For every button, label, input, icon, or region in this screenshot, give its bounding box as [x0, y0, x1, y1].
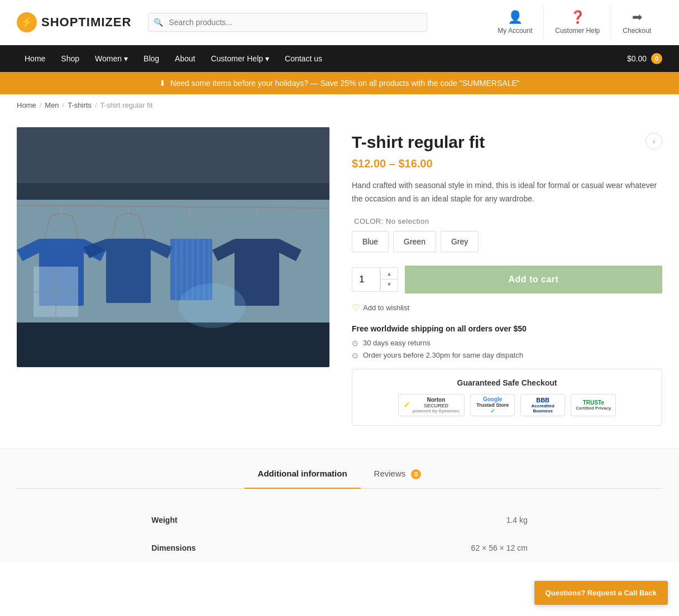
- svg-rect-25: [17, 323, 329, 367]
- product-section: T-shirt regular fit › $12.00 – $16.00 Ha…: [0, 116, 679, 448]
- logo[interactable]: ⚡ SHOPTIMIZER: [17, 12, 131, 32]
- add-to-wishlist-button[interactable]: ♡ Add to wishlist: [352, 302, 662, 313]
- reviews-badge: 0: [411, 469, 421, 479]
- google-badge: Google Trusted Store ✓: [470, 394, 515, 416]
- nav-home[interactable]: Home: [17, 45, 53, 72]
- truste-badge: TRUSTe Certified Privacy: [571, 394, 616, 416]
- product-svg: [17, 127, 329, 367]
- tabs-section: Additional information Reviews 0 Weight …: [0, 448, 679, 562]
- shipping-dispatch: ⊙ Order yours before 2.30pm for same day…: [352, 351, 662, 360]
- product-title-row: T-shirt regular fit ›: [352, 133, 662, 157]
- checkout-label: Checkout: [623, 27, 651, 35]
- color-green-button[interactable]: Green: [393, 231, 436, 252]
- logo-text: SHOPTIMIZER: [41, 15, 131, 30]
- top-bar: ⚡ SHOPTIMIZER 🔍 👤 My Account ❓ Customer …: [0, 0, 679, 45]
- nav-bar: Home Shop Women ▾ Blog About Customer He…: [0, 45, 679, 72]
- trust-badges: ✓ Norton SECURED powered by Symantec Goo…: [364, 394, 651, 416]
- nav-contact[interactable]: Contact us: [277, 45, 330, 72]
- dimensions-value: 62 × 56 × 12 cm: [302, 535, 532, 561]
- weight-label: Weight: [147, 507, 300, 533]
- my-account-label: My Account: [498, 27, 532, 35]
- cart-info[interactable]: $0.00 0: [627, 53, 662, 64]
- breadcrumb-tshirts[interactable]: T-shirts: [68, 101, 92, 109]
- top-actions: 👤 My Account ❓ Customer Help ➡ Checkout: [486, 6, 662, 39]
- bbb-badge: BBB Accredited Business: [520, 394, 565, 416]
- cart-badge: 0: [651, 53, 662, 64]
- checkout-button[interactable]: ➡ Checkout: [611, 6, 662, 39]
- svg-rect-2: [17, 183, 329, 200]
- nav-blog[interactable]: Blog: [136, 45, 167, 72]
- customer-help-label: Customer Help: [555, 27, 600, 35]
- safe-checkout: Guaranteed Safe Checkout ✓ Norton SECURE…: [352, 369, 662, 426]
- norton-badge: ✓ Norton SECURED powered by Symantec: [398, 394, 465, 416]
- safe-checkout-title: Guaranteed Safe Checkout: [364, 378, 651, 387]
- product-title: T-shirt regular fit: [352, 133, 485, 152]
- norton-checkmark: ✓: [403, 400, 410, 410]
- clock-icon: ⊙: [352, 339, 358, 348]
- breadcrumb-sep-1: /: [40, 101, 42, 109]
- dispatch-icon: ⊙: [352, 351, 358, 360]
- additional-info-label: Additional information: [258, 469, 347, 478]
- nav-women-label: Women: [95, 54, 122, 63]
- search-input[interactable]: [148, 13, 427, 32]
- dimensions-label: Dimensions: [147, 535, 300, 561]
- breadcrumb-sep-3: /: [95, 101, 97, 109]
- quantity-increment-button[interactable]: ▲: [380, 269, 398, 280]
- breadcrumb-current: T-shirt regular fit: [100, 101, 152, 109]
- svg-point-29: [179, 283, 246, 328]
- call-back-button[interactable]: Questions? Request a Call Back: [534, 581, 668, 585]
- tab-reviews[interactable]: Reviews 0: [361, 460, 435, 488]
- logo-icon: ⚡: [17, 12, 37, 32]
- product-details: T-shirt regular fit › $12.00 – $16.00 Ha…: [352, 127, 662, 426]
- nav-about[interactable]: About: [167, 45, 203, 72]
- table-row: Weight 1.4 kg: [147, 507, 532, 533]
- my-account-button[interactable]: 👤 My Account: [486, 6, 543, 39]
- product-tabs: Additional information Reviews 0: [17, 460, 662, 489]
- cart-row: ▲ ▼ Add to cart: [352, 266, 662, 293]
- quantity-stepper: ▲ ▼: [352, 267, 398, 292]
- breadcrumb-men[interactable]: Men: [45, 101, 59, 109]
- breadcrumb-sep-2: /: [63, 101, 65, 109]
- breadcrumb: Home / Men / T-shirts / T-shirt regular …: [0, 94, 679, 116]
- next-product-button[interactable]: ›: [645, 133, 662, 150]
- nav-customer-help-label: Customer Help: [211, 54, 263, 63]
- quantity-decrement-button[interactable]: ▼: [380, 280, 398, 290]
- product-description: Hand crafted with seasonal style in mind…: [352, 179, 662, 206]
- color-grey-button[interactable]: Grey: [441, 231, 479, 252]
- chevron-down-icon: ▾: [124, 54, 128, 63]
- wishlist-label: Add to wishlist: [363, 304, 409, 312]
- breadcrumb-home[interactable]: Home: [17, 101, 36, 109]
- color-label: COLOR:No selection: [352, 217, 662, 225]
- customer-help-button[interactable]: ❓ Customer Help: [543, 6, 611, 39]
- svg-rect-9: [106, 239, 151, 303]
- nav-women[interactable]: Women ▾: [87, 45, 136, 72]
- help-icon: ❓: [570, 10, 585, 25]
- product-price: $12.00 – $16.00: [352, 157, 662, 170]
- search-bar: 🔍: [148, 13, 427, 32]
- color-blue-button[interactable]: Blue: [352, 231, 389, 252]
- promo-text: Need some items before your holidays? — …: [170, 79, 519, 88]
- shipping-returns: ⊙ 30 days easy returns: [352, 339, 662, 348]
- product-photo: [17, 127, 329, 367]
- nav-links: Home Shop Women ▾ Blog About Customer He…: [17, 45, 330, 72]
- additional-info-table: Weight 1.4 kg Dimensions 62 × 56 × 12 cm: [146, 506, 533, 562]
- add-to-cart-button[interactable]: Add to cart: [405, 266, 662, 293]
- returns-text: 30 days easy returns: [363, 339, 431, 347]
- weight-value: 1.4 kg: [302, 507, 532, 533]
- checkout-icon: ➡: [632, 10, 642, 25]
- heart-icon: ♡: [352, 302, 360, 313]
- product-image: [17, 127, 329, 426]
- chevron-down-icon-2: ▾: [265, 54, 269, 63]
- search-icon: 🔍: [154, 18, 163, 27]
- qty-arrows: ▲ ▼: [380, 269, 398, 290]
- nav-shop[interactable]: Shop: [53, 45, 87, 72]
- promo-bar: ⬇ Need some items before your holidays? …: [0, 72, 679, 94]
- nav-customer-help[interactable]: Customer Help ▾: [203, 45, 277, 72]
- color-options: Blue Green Grey: [352, 231, 662, 252]
- promo-icon: ⬇: [159, 79, 166, 88]
- tab-additional-info[interactable]: Additional information: [245, 460, 361, 488]
- account-icon: 👤: [508, 10, 523, 25]
- cart-price: $0.00: [627, 54, 647, 63]
- table-row: Dimensions 62 × 56 × 12 cm: [147, 535, 532, 561]
- quantity-input[interactable]: [352, 268, 380, 291]
